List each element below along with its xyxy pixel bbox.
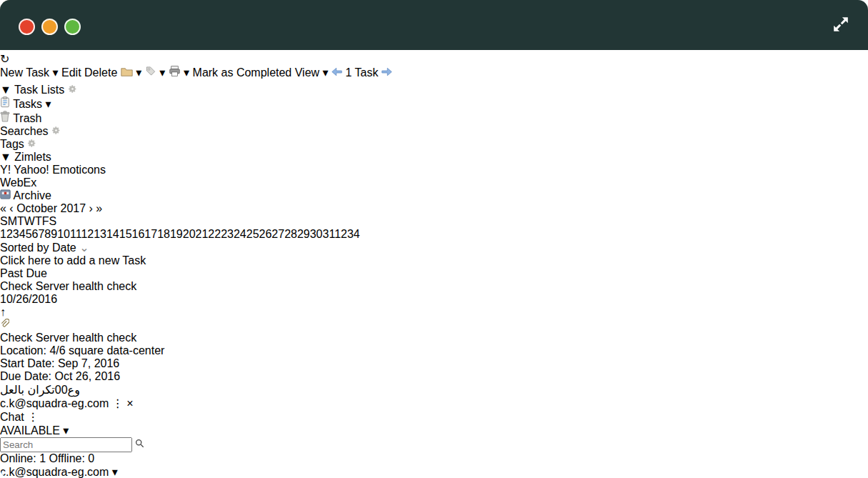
occluded-text-fragment: العل [0,384,21,396]
tasks-clipboard-icon [0,98,10,110]
location-label: Location: [0,344,46,357]
chat-window-close-icon[interactable]: × [126,397,133,409]
sidebar-section-task-lists[interactable]: ▼ Task Lists [0,84,868,96]
calendar-day[interactable]: 3 [13,228,19,240]
task-name: Check Server health check [0,280,868,293]
calendar-day[interactable]: 18 [157,228,170,240]
presence-status-dropdown[interactable]: AVAILABLE ▾ [0,424,868,437]
calendar-day[interactable]: 8 [44,228,51,240]
calendar-dow-label: T [35,215,42,227]
chevron-down-icon[interactable]: ▼ [0,151,11,163]
calendar-day[interactable]: 11 [70,228,81,240]
sidebar-item-archive[interactable]: Archive [0,189,868,202]
calendar-day[interactable]: 24 [234,228,246,240]
app-header [0,50,868,80]
calendar-day[interactable]: 20 [183,228,196,240]
sidebar-item-trash[interactable]: Trash [0,111,868,125]
tasks-menu-caret-icon[interactable]: ▾ [46,98,51,110]
calendar-day[interactable]: 9 [51,228,57,240]
calendar-day[interactable]: 16 [132,228,145,240]
sidebar-section-searches[interactable]: Searches [0,125,868,138]
calendar-grid: 1234567891011121314151617181920212223242… [0,228,868,241]
fullscreen-icon[interactable] [831,14,851,34]
task-row[interactable]: Check Server health check 10/26/2016 ↑ [0,280,868,332]
calendar-day[interactable]: 1 [0,228,6,240]
start-date-link[interactable]: Sep 7, [58,357,91,369]
calendar-day[interactable]: 12 [81,228,94,240]
calendar-dow-label: S [0,215,8,227]
calendar-day[interactable]: 29 [297,228,310,240]
gear-icon[interactable] [27,138,36,150]
sidebar-item-webex[interactable]: WebEx [0,176,868,189]
calendar-day[interactable]: 1 [334,228,341,240]
gear-icon[interactable] [68,84,77,96]
task-detail-pane: Check Server health check Location: 4/6 … [0,332,868,383]
yahoo-emoticons-label: Yahoo! Emoticons [14,164,106,176]
buddy-search-input[interactable] [0,437,132,452]
sidebar-item-yahoo-emoticons[interactable]: Y! Yahoo! Emoticons [0,164,868,176]
calendar-day[interactable]: 13 [94,228,106,240]
trash-label: Trash [13,112,41,124]
buddy-row[interactable]: c.k@squadra-eg.com ▾ [0,465,868,478]
calendar-first-icon[interactable]: « [0,202,6,214]
sort-direction-icon: ⌄ [79,242,89,254]
calendar-day[interactable]: 4 [19,228,26,240]
calendar-day[interactable]: 15 [119,228,132,240]
mini-calendar: « ‹ October 2017 › » SMTWTFS 12345678910… [0,202,868,241]
calendar-day[interactable]: 19 [170,228,183,240]
calendar-day[interactable]: 5 [26,228,32,240]
maximize-window-button[interactable] [64,19,81,35]
sidebar-section-zimlets[interactable]: ▼ Zimlets [0,151,868,164]
chat-buddy-panel: Chat ⋮ AVAILABLE ▾ Online: 1 Offline: 0 … [0,410,868,478]
presence-status-label: AVAILABLE [0,424,60,437]
task-detail-title: Check Server health check [0,332,868,344]
sidebar: ▼ Task Lists Tasks ▾ Trash Searches Tags… [0,79,868,241]
calendar-day[interactable]: 2 [6,228,13,240]
due-date-link[interactable]: Oct 26, [55,370,92,382]
sort-header[interactable]: Sorted by Date ⌄ [0,241,868,254]
task-due-date: 10/26/2016 [0,293,868,306]
close-window-button[interactable] [19,19,35,35]
calendar-day[interactable]: 10 [57,228,70,240]
calendar-day[interactable]: 2 [341,228,347,240]
add-task-inline[interactable]: Click here to add a new Task [0,254,868,267]
buddy-menu-caret-icon[interactable]: ▾ [112,466,118,478]
chevron-down-icon[interactable]: ▼ [0,84,11,96]
chat-panel-header: Chat ⋮ [0,410,868,424]
chat-window-menu-icon[interactable]: ⋮ [112,397,124,409]
calendar-day[interactable]: 30 [310,228,323,240]
calendar-day[interactable]: 31 [323,228,335,240]
section-past-due: Past Due [0,267,868,280]
yahoo-icon: Y! [0,164,11,176]
chat-window-header[interactable]: c.k@squadra-eg.com ⋮ × [0,397,868,410]
calendar-day[interactable]: 4 [354,228,360,240]
calendar-next-icon[interactable]: › [89,202,93,214]
zimlets-label: Zimlets [14,151,51,163]
calendar-day[interactable]: 28 [284,228,297,240]
minimize-window-button[interactable] [41,19,58,35]
buddy-search [0,437,868,452]
calendar-day[interactable]: 22 [208,228,221,240]
sidebar-section-tags[interactable]: Tags [0,138,868,151]
calendar-day[interactable]: 14 [106,228,119,240]
calendar-day[interactable]: 25 [246,228,259,240]
calendar-day[interactable]: 21 [196,228,209,240]
calendar-day[interactable]: 3 [347,228,354,240]
buddy-counts: Online: 1 Offline: 0 [0,452,868,465]
calendar-prev-icon[interactable]: ‹ [9,202,13,214]
calendar-day[interactable]: 17 [144,228,157,240]
calendar-day[interactable]: 7 [38,228,44,240]
calendar-last-icon[interactable]: » [96,202,102,214]
chat-panel-menu-icon[interactable]: ⋮ [27,411,39,423]
searches-label: Searches [0,125,49,137]
calendar-day[interactable]: 23 [221,228,234,240]
sidebar-item-tasks[interactable]: Tasks ▾ [0,96,868,111]
calendar-day[interactable]: 27 [271,228,284,240]
gear-icon[interactable] [51,125,61,137]
calendar-title[interactable]: October 2017 [16,202,86,214]
sort-label: Sorted by Date [0,242,76,254]
calendar-day[interactable]: 26 [259,228,272,240]
webex-label: WebEx [0,176,36,189]
search-icon[interactable] [135,438,144,450]
calendar-dow-label: F [42,215,49,227]
